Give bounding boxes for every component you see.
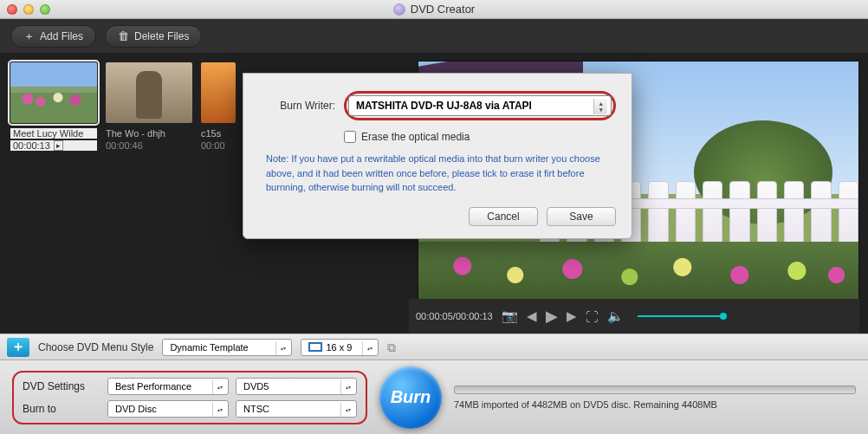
clip-thumbnail [201,62,236,123]
aspect-ratio-value: 16 x 9 [326,342,352,353]
clip-title: The Wo - dhjh [106,128,192,139]
clip-title: c15s [201,128,236,139]
cancel-button[interactable]: Cancel [469,207,538,226]
clip-item[interactable]: The Wo - dhjh 00:00:46 [106,62,192,151]
trash-icon: 🗑 [118,29,129,42]
clip-item[interactable]: Meet Lucy Wilde 00:00:13 ▸ [10,62,97,151]
menu-style-bar: ＋ Choose DVD Menu Style Dynamic Template… [0,334,868,360]
tv-standard-value: NTSC [243,404,269,414]
template-select[interactable]: Dynamic Template ▴▾ [162,339,292,356]
clip-duration: 00:00:13 ▸ [10,140,97,151]
clip-duration: 00:00:46 [106,140,192,151]
chevron-updown-icon: ▴▾ [362,341,376,355]
dialog-note: Note: If you have put a rewritable optic… [266,152,616,195]
burn-to-label: Burn to [23,403,100,415]
edit-clip-icon[interactable]: ▸ [54,140,63,151]
burn-target-select[interactable]: DVD Disc ▴▾ [107,400,229,418]
clip-thumbnail [106,62,192,123]
add-files-button[interactable]: ＋ Add Files [10,25,96,48]
erase-media-checkbox[interactable]: Erase the optical media [344,131,616,143]
app-icon [393,3,405,16]
delete-files-button[interactable]: 🗑 Delete Files [105,25,202,48]
burn-target-value: DVD Disc [115,404,157,414]
disc-type-value: DVD5 [243,381,269,392]
chevron-updown-icon: ▴▾ [593,99,607,114]
choose-menu-label: Choose DVD Menu Style [38,341,153,353]
volume-icon[interactable]: 🔈 [607,308,624,324]
fullscreen-button[interactable]: ⛶ [586,309,599,324]
chevron-updown-icon: ▴▾ [275,341,289,355]
capacity-status: 74MB imported of 4482MB on DVD5 disc. Re… [454,385,856,410]
play-button[interactable]: ▶ [546,307,558,326]
clip-title: Meet Lucy Wilde [10,128,97,139]
disc-type-select[interactable]: DVD5 ▴▾ [236,378,357,395]
burn-button-label: Burn [391,387,431,407]
chevron-updown-icon: ▴▾ [212,380,226,394]
capacity-progress-bar [454,385,856,394]
chevron-updown-icon: ▴▾ [212,403,226,417]
clip-thumbnail [10,62,97,123]
next-button[interactable]: ▶ [567,308,577,324]
main-area: Meet Lucy Wilde 00:00:13 ▸ The Wo - dhjh… [0,54,868,334]
dvd-settings-label: DVD Settings [23,380,100,392]
performance-value: Best Performance [115,381,191,392]
burn-writer-label: Burn Writer: [259,100,335,112]
add-files-label: Add Files [40,30,83,42]
aspect-ratio-select[interactable]: 16 x 9 ▴▾ [301,339,379,356]
tv-standard-select[interactable]: NTSC ▴▾ [236,400,357,418]
add-menu-style-button[interactable]: ＋ [7,338,29,357]
burn-writer-dialog: Burn Writer: MATSHITA DVD-R UJ-8A8 via A… [243,73,632,239]
delete-files-label: Delete Files [134,30,189,42]
performance-select[interactable]: Best Performance ▴▾ [107,378,229,395]
volume-slider[interactable] [638,315,724,317]
dvd-settings-group: DVD Settings Best Performance ▴▾ DVD5 ▴▾… [12,371,367,424]
prev-button[interactable]: ◀ [527,308,537,324]
duplicate-icon[interactable]: ⧉ [387,340,401,354]
erase-label: Erase the optical media [361,131,470,143]
burn-button[interactable]: Burn [379,366,442,429]
capacity-text: 74MB imported of 4482MB on DVD5 disc. Re… [454,399,856,410]
window-titlebar: DVD Creator [0,0,868,19]
window-title: DVD Creator [411,3,475,16]
burn-writer-value: MATSHITA DVD-R UJ-8A8 via ATAPI [356,100,532,112]
main-toolbar: ＋ Add Files 🗑 Delete Files [0,19,868,54]
playback-time: 00:00:05/00:00:13 [416,311,493,321]
snapshot-button[interactable]: 📷 [502,308,518,324]
save-button[interactable]: Save [547,207,616,226]
aspect-ratio-icon [308,342,322,352]
clip-item[interactable]: c15s 00:00 [201,62,236,151]
chevron-updown-icon: ▴▾ [340,403,354,417]
template-value: Dynamic Template [170,342,248,353]
chevron-updown-icon: ▴▾ [340,380,354,394]
erase-checkbox-input[interactable] [344,131,356,143]
add-file-icon: ＋ [23,29,35,44]
clip-duration: 00:00 [201,140,236,151]
burn-writer-select[interactable]: MATSHITA DVD-R UJ-8A8 via ATAPI ▴▾ [348,95,612,116]
bottom-bar: DVD Settings Best Performance ▴▾ DVD5 ▴▾… [0,360,868,434]
